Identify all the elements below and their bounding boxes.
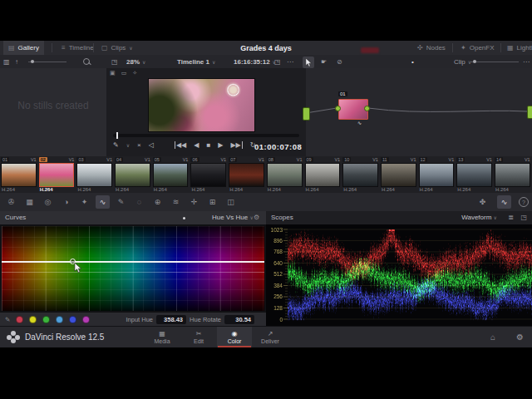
camera-raw-icon[interactable]: ✇ (4, 195, 18, 209)
color-wheels-icon[interactable]: ◎ (41, 195, 55, 209)
hue-rotate-value[interactable]: 30.54 (224, 315, 254, 324)
hue-swatch-5[interactable] (82, 316, 90, 323)
video-frame[interactable] (148, 78, 255, 132)
clip-thumbnail-09[interactable]: 09V1H.264 (304, 156, 342, 193)
color-picker-icon[interactable]: ✎ (113, 141, 119, 149)
color-match-icon[interactable]: ▦ (22, 195, 37, 209)
tracker-icon[interactable]: ⊕ (150, 195, 165, 209)
clip-image (456, 163, 492, 187)
gallery-albums-icon[interactable]: ↑ (15, 57, 18, 66)
clip-number: 08 (267, 157, 275, 162)
options-menu-icon[interactable]: ⋯ (287, 57, 293, 66)
stereo-3d-icon[interactable]: ◫ (224, 195, 238, 209)
project-home-icon[interactable]: ⌂ (490, 332, 495, 342)
hue-vs-hue-curve-area[interactable] (0, 224, 267, 313)
sizing-icon[interactable]: ⊞ (205, 195, 219, 209)
source-input-node[interactable] (303, 107, 310, 121)
scope-list-icon[interactable]: ≣ (508, 214, 514, 221)
blur-icon[interactable]: ≋ (169, 195, 183, 209)
chevron-down-icon[interactable]: ∨ (126, 142, 130, 148)
key-icon[interactable]: ✛ (187, 195, 201, 209)
node-number-label: 01 (338, 91, 347, 96)
page-deliver[interactable]: ↗ Deliver (253, 327, 288, 347)
scrub-bar[interactable] (113, 134, 299, 137)
audio-mute-icon[interactable]: ◁ (149, 141, 154, 149)
highlight-dot-icon[interactable]: • (411, 57, 414, 66)
clip-thumbnail-06[interactable]: 06V1H.264 (190, 156, 227, 193)
stop-icon[interactable]: ■ (206, 141, 210, 149)
node-input-dot[interactable] (335, 106, 341, 111)
gallery-thumb-size-slider[interactable] (28, 57, 66, 66)
curves-settings-icon[interactable]: ⚙ (254, 214, 259, 221)
clip-thumbnail-03[interactable]: 03V1H.264 (76, 156, 113, 193)
unmix-icon[interactable]: × (137, 141, 141, 149)
scope-expand-icon[interactable]: ◳ (520, 214, 527, 221)
gallery-grid-view-icon[interactable]: ▥ (3, 57, 10, 66)
scopes-icon[interactable]: ∿ (497, 195, 511, 209)
bypass-icon[interactable]: ⊘ (337, 57, 342, 66)
clip-thumbnail-01[interactable]: 01V1H.264 (0, 156, 37, 193)
clip-thumbnail-04[interactable]: 04V1H.264 (114, 156, 151, 193)
gallery-stills-icon[interactable]: ✤ (475, 195, 490, 209)
tab-openfx-label: OpenFX (470, 44, 495, 52)
clip-thumbnail-13[interactable]: 13V1H.264 (456, 156, 493, 193)
go-to-first-frame-icon[interactable]: ◀◀ (175, 141, 186, 149)
viewer-fit-icon[interactable]: ◳ (111, 57, 118, 66)
curves-icon[interactable]: ∿ (96, 195, 110, 209)
help-icon[interactable]: ? (519, 197, 529, 207)
clip-image (342, 163, 378, 187)
clip-number: 07 (229, 157, 237, 162)
hue-swatch-0[interactable] (16, 316, 23, 323)
clip-thumbnail-02[interactable]: 02V1H.264 (38, 156, 76, 193)
clip-zoom-slider[interactable] (470, 57, 519, 66)
clip-image (381, 163, 416, 187)
clip-filter-select[interactable]: Clip ∨ (454, 57, 471, 66)
go-to-last-frame-icon[interactable]: ▶▶ (230, 141, 242, 149)
split-screen-icon[interactable]: ▭ (121, 70, 127, 76)
tab-nodes[interactable]: ✣ Nodes (412, 41, 451, 55)
qualifier-icon[interactable]: ✎ (114, 195, 128, 209)
hue-swatch-3[interactable] (56, 316, 63, 323)
clip-thumbnail-08[interactable]: 08V1H.264 (266, 156, 303, 193)
clip-thumbnail-07[interactable]: 07V1H.264 (228, 156, 265, 193)
grab-hand-icon[interactable]: ☛ (321, 57, 327, 66)
hue-swatch-1[interactable] (29, 316, 37, 323)
input-hue-value[interactable]: 358.43 (156, 315, 186, 324)
rgb-mixer-icon[interactable]: ◑ (59, 195, 73, 209)
page-color[interactable]: ◉ Color (217, 327, 252, 347)
viewer-zoom-select[interactable]: 28% ∨ (126, 57, 145, 66)
tab-openfx[interactable]: ✦ OpenFX (456, 41, 500, 55)
hue-swatch-2[interactable] (42, 316, 50, 323)
clip-thumbnail-11[interactable]: 11V1H.264 (380, 156, 417, 193)
gallery-search-icon[interactable] (83, 57, 90, 66)
clip-thumbnail-05[interactable]: 05V1H.264 (152, 156, 190, 193)
clip-track-label: V1 (220, 157, 226, 162)
motion-effects-icon[interactable]: ✦ (77, 195, 91, 209)
curve-mode-select[interactable]: Hue Vs Hue ∨ (212, 214, 254, 221)
hue-swatch-4[interactable] (69, 316, 76, 323)
playhead[interactable] (116, 132, 118, 139)
page-edit[interactable]: ✂ Edit (181, 327, 216, 347)
clip-thumbnail-14[interactable]: 14V1H.264 (494, 156, 531, 193)
timeline-select[interactable]: Timeline 1 ∨ (177, 57, 215, 66)
node-output-dot[interactable] (364, 106, 370, 111)
play-icon[interactable]: ▶ (218, 141, 223, 149)
timeline-timecode[interactable]: 16:16:35:12 ∨ (234, 57, 276, 66)
settings-gear-icon[interactable]: ⚙ (516, 332, 524, 342)
clip-thumbnail-10[interactable]: 10V1H.264 (342, 156, 379, 193)
more-menu-icon[interactable]: ⋯ (523, 57, 530, 66)
page-media[interactable]: ▦ Media (145, 327, 180, 347)
hue-curve-line[interactable] (2, 261, 264, 263)
tab-lightbox[interactable]: ▦ Lightbox (502, 41, 532, 55)
expand-icon[interactable]: ◳ (274, 57, 281, 66)
image-wipe-icon[interactable]: ▣ (110, 70, 116, 76)
clip-track-label: V1 (449, 157, 455, 162)
bottom-page-bar: DaVinci Resolve 12.5 ▦ Media ✂ Edit ◉ Co… (0, 326, 532, 347)
enhanced-viewer-icon[interactable]: ✧ (132, 70, 137, 76)
scope-mode-select[interactable]: Waveform ∨ (461, 214, 497, 221)
pointer-tool-icon[interactable] (303, 57, 314, 68)
clip-thumbnail-12[interactable]: 12V1H.264 (418, 156, 456, 193)
output-node[interactable] (527, 106, 532, 119)
step-back-icon[interactable]: ◀ (194, 141, 199, 149)
power-windows-icon[interactable]: ◌ (132, 195, 146, 209)
